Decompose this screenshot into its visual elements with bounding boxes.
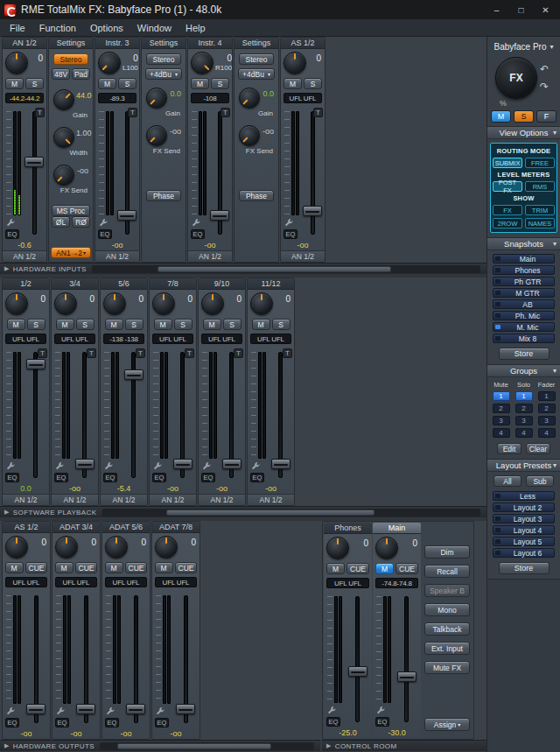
wrench-icon[interactable] xyxy=(6,461,17,471)
eq-button[interactable]: EQ xyxy=(250,473,264,482)
vo-names-button[interactable]: NAMES xyxy=(525,218,555,228)
eq-button[interactable]: EQ xyxy=(375,717,389,727)
settings-knob[interactable] xyxy=(53,165,74,186)
trim-button[interactable]: T xyxy=(136,348,145,358)
scrollbar-track[interactable] xyxy=(102,509,480,517)
settings-knob[interactable] xyxy=(146,88,167,109)
mute-button[interactable]: M xyxy=(55,562,74,573)
wrench-icon[interactable] xyxy=(106,706,116,716)
fader-handle[interactable] xyxy=(117,210,136,221)
settings-knob[interactable] xyxy=(53,89,74,110)
channel-name[interactable]: Phones xyxy=(324,523,372,534)
mute-button[interactable]: M xyxy=(7,319,25,330)
fader-track[interactable] xyxy=(311,111,315,235)
groups-header[interactable]: Groups ▾ xyxy=(487,364,560,377)
cr-assign-button[interactable]: Assign▾ xyxy=(424,718,470,731)
channel-name[interactable]: 1/2 xyxy=(3,278,49,290)
mute-button[interactable]: M xyxy=(203,319,221,330)
group-cell[interactable]: 2 xyxy=(515,404,533,413)
pan-knob[interactable] xyxy=(201,292,224,315)
pan-knob[interactable] xyxy=(250,292,273,315)
pan-knob[interactable] xyxy=(152,292,175,315)
mute-button[interactable]: M xyxy=(155,562,173,573)
pan-knob[interactable] xyxy=(55,536,78,559)
eq-button[interactable]: EQ xyxy=(201,473,215,482)
fader-handle[interactable] xyxy=(222,459,242,469)
channel-name[interactable]: Main xyxy=(373,523,421,534)
eq-button[interactable]: EQ xyxy=(152,473,166,482)
fader-track[interactable] xyxy=(33,352,38,478)
master-solo-button[interactable]: S xyxy=(514,110,534,123)
wrench-icon[interactable] xyxy=(327,706,338,715)
pan-knob[interactable] xyxy=(191,52,214,74)
snapshot-item[interactable]: Phones xyxy=(493,265,555,275)
fader-value[interactable]: -oo xyxy=(199,483,245,494)
group-cell[interactable]: 1 xyxy=(538,391,556,401)
layouts-store-button[interactable]: Store xyxy=(499,562,550,574)
group-cell[interactable]: 3 xyxy=(515,416,533,425)
channel-name[interactable]: 3/4 xyxy=(52,278,98,290)
level-reference-select[interactable]: +4dBu▾ xyxy=(145,68,182,80)
mute-button[interactable]: M xyxy=(252,319,270,330)
menu-file[interactable]: File xyxy=(3,21,32,35)
fader-value[interactable]: -25.0 xyxy=(324,727,372,738)
solo-button[interactable]: S xyxy=(76,319,94,330)
group-cell[interactable]: 3 xyxy=(493,416,510,425)
settings-knob[interactable] xyxy=(239,125,260,146)
mute-button[interactable]: M xyxy=(105,319,123,330)
channel-name[interactable]: 9/10 xyxy=(199,278,245,290)
menu-window[interactable]: Window xyxy=(130,21,178,35)
layout-preset-item[interactable]: Layout 4 xyxy=(493,525,555,535)
routing-target[interactable]: AN 1/2 xyxy=(150,494,196,505)
software-playback-bar[interactable]: ▶SOFTWARE PLAYBACK xyxy=(0,506,486,517)
wrench-icon[interactable] xyxy=(6,218,17,228)
fader-handle[interactable] xyxy=(348,666,368,677)
routing-target[interactable]: AN 1/2 xyxy=(101,494,147,505)
routing-target[interactable]: AN 1/2 xyxy=(281,250,325,262)
cr-talkback-button[interactable]: Talkback xyxy=(424,622,470,636)
snapshot-item[interactable]: M GTR xyxy=(493,288,555,298)
trim-button[interactable]: T xyxy=(283,348,292,358)
master-fader-button[interactable]: F xyxy=(536,110,556,123)
fader-handle[interactable] xyxy=(76,704,95,714)
layout-preset-item[interactable]: Layout 6 xyxy=(493,548,555,558)
settings-title[interactable]: Settings xyxy=(142,38,186,49)
eq-button[interactable]: EQ xyxy=(103,473,117,482)
mute-button[interactable]: M xyxy=(284,78,302,89)
eq-button[interactable]: EQ xyxy=(54,473,68,482)
eq-button[interactable]: EQ xyxy=(191,229,205,239)
vo-fx-button[interactable]: FX xyxy=(493,205,522,215)
fader-value[interactable]: -oo xyxy=(52,483,98,494)
fader-value[interactable]: 0.0 xyxy=(3,483,49,494)
mute-button[interactable]: M xyxy=(154,319,172,330)
wrench-icon[interactable] xyxy=(99,218,109,228)
layout-preset-item[interactable]: Less xyxy=(493,491,555,501)
cue-button[interactable]: CUE xyxy=(75,562,98,573)
cr-dim-button[interactable]: Dim xyxy=(424,545,470,559)
fx-knob[interactable]: FX xyxy=(495,57,537,99)
fader-handle[interactable] xyxy=(124,369,144,380)
mute-button[interactable]: M xyxy=(191,78,209,89)
layouts-tab-all[interactable]: All xyxy=(494,475,522,487)
redo-icon[interactable]: ↷ xyxy=(536,80,552,93)
routing-target[interactable]: AN 1/2 xyxy=(248,494,294,505)
group-cell[interactable]: 2 xyxy=(538,404,556,413)
fader-value[interactable]: -30.0 xyxy=(373,727,421,738)
pan-knob[interactable] xyxy=(284,52,306,74)
channel-name[interactable]: Instr. 3 xyxy=(95,38,139,49)
wrench-icon[interactable] xyxy=(251,461,262,471)
channel-name[interactable]: AS 1/2 xyxy=(281,38,325,49)
pan-knob[interactable] xyxy=(326,537,349,559)
solo-button[interactable]: S xyxy=(223,319,242,330)
fader-value[interactable]: -oo xyxy=(95,240,139,250)
solo-button[interactable]: S xyxy=(174,319,192,330)
wrench-icon[interactable] xyxy=(104,461,115,471)
stereo-button[interactable]: Stereo xyxy=(146,53,181,65)
solo-button[interactable]: S xyxy=(272,319,290,330)
mute-button[interactable]: M xyxy=(5,562,24,573)
mute-button[interactable]: M xyxy=(375,563,394,574)
minimize-button[interactable]: – xyxy=(486,2,508,18)
pan-knob[interactable] xyxy=(54,292,77,315)
solo-button[interactable]: S xyxy=(304,78,322,89)
group-cell[interactable]: 1 xyxy=(515,391,533,401)
